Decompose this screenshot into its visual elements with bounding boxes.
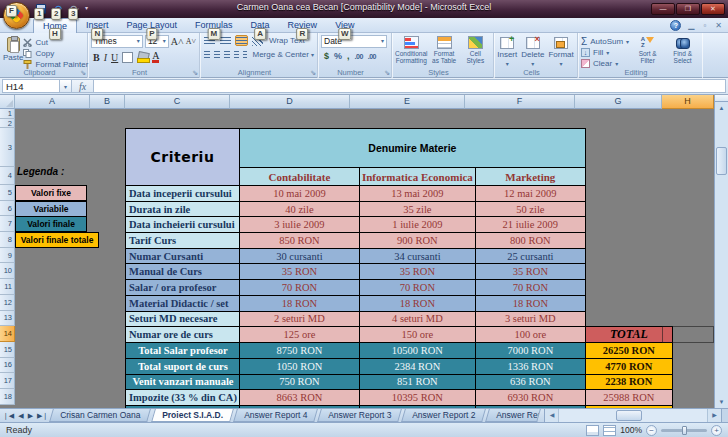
row-label-cell[interactable]: Salar / ora profesor xyxy=(126,280,240,296)
horizontal-scroll-track[interactable] xyxy=(558,409,708,422)
sheet-tab-answer-repor[interactable]: Answer Repor xyxy=(486,409,542,422)
split-handle[interactable] xyxy=(715,95,728,102)
qat-customize-caret-icon[interactable]: ▾ xyxy=(85,2,88,16)
tab-split-handle[interactable] xyxy=(721,409,728,422)
value-cell[interactable]: 3 iulie 2009 xyxy=(239,217,359,233)
value-cell[interactable]: 800 RON xyxy=(475,233,585,249)
row-label-cell[interactable]: Data incheierii cursului xyxy=(126,217,240,233)
sheet-tab-crisan-carmen-oana[interactable]: Crisan Carmen Oana xyxy=(49,409,151,422)
tab-formulas[interactable]: FormulasM xyxy=(186,18,242,33)
conditional-formatting-button[interactable]: Conditional Formatting xyxy=(395,35,428,67)
empty-cell[interactable] xyxy=(585,186,672,202)
save-button[interactable]: 1 xyxy=(34,2,47,15)
value-cell[interactable]: 750 RON xyxy=(239,374,359,390)
value-cell[interactable]: 10 mai 2009 xyxy=(239,186,359,202)
value-cell[interactable]: 30 cursanti xyxy=(239,248,359,264)
value-cell[interactable]: 7000 RON xyxy=(475,343,585,359)
decrease-indent-button[interactable] xyxy=(233,49,239,60)
zoom-in-button[interactable]: + xyxy=(711,425,722,436)
course-header-cell[interactable]: Informatica Economica xyxy=(359,168,475,186)
row-label-cell[interactable]: Total Salar profesor xyxy=(126,343,240,359)
group-header-cell[interactable]: Denumire Materie xyxy=(239,129,585,168)
zoom-out-button[interactable]: − xyxy=(646,425,657,436)
align-left-button[interactable] xyxy=(203,49,210,60)
workbook-minimize-button[interactable]: ▁ xyxy=(686,20,696,31)
value-cell[interactable]: 50 zile xyxy=(475,201,585,217)
empty-cell[interactable] xyxy=(585,295,672,311)
sort-filter-button[interactable]: Sort & Filter xyxy=(633,35,662,67)
value-cell[interactable]: 2384 RON xyxy=(359,358,475,374)
row-header-1[interactable]: 1 xyxy=(0,109,15,119)
row-header-6[interactable]: 6 xyxy=(0,201,15,217)
value-cell[interactable]: 150 ore xyxy=(359,327,475,343)
row-header-14[interactable]: 14 xyxy=(0,326,15,342)
value-cell[interactable]: 6930 RON xyxy=(475,390,585,406)
row-header-13[interactable]: 13 xyxy=(0,311,15,327)
paste-button[interactable]: Paste xyxy=(3,35,23,67)
minimize-button[interactable]: — xyxy=(651,3,675,15)
value-cell[interactable]: 70 RON xyxy=(239,280,359,296)
align-right-button[interactable] xyxy=(223,49,230,60)
row-header-7[interactable]: 7 xyxy=(0,216,15,232)
select-all-corner[interactable] xyxy=(0,95,15,109)
find-select-button[interactable]: Find & Select xyxy=(666,35,699,67)
next-sheet-button[interactable]: ▶ xyxy=(28,412,33,420)
tab-data[interactable]: DataA xyxy=(242,18,279,33)
value-cell[interactable]: 851 RON xyxy=(359,374,475,390)
sheet-tab-answer-report-4[interactable]: Answer Report 4 xyxy=(233,409,318,422)
number-format-combo[interactable]: Date ▾ xyxy=(321,35,387,48)
course-header-cell[interactable]: Contabilitate xyxy=(239,168,359,186)
vertical-scrollbar[interactable]: ▲ ▼ xyxy=(714,95,728,408)
fill-color-button[interactable] xyxy=(137,52,148,63)
name-box[interactable]: H14 xyxy=(2,79,60,93)
value-cell[interactable]: 35 RON xyxy=(475,264,585,280)
value-cell[interactable]: 18 RON xyxy=(239,295,359,311)
total-header-cell[interactable]: TOTAL xyxy=(585,327,672,343)
empty-cell[interactable] xyxy=(585,217,672,233)
scroll-up-arrow-icon[interactable]: ▲ xyxy=(715,102,728,114)
value-cell[interactable]: 900 RON xyxy=(359,233,475,249)
row-label-cell[interactable]: Manual de Curs xyxy=(126,264,240,280)
empty-cell[interactable] xyxy=(585,233,672,249)
column-header-A[interactable]: A xyxy=(15,95,90,109)
row-header-5[interactable]: 5 xyxy=(0,185,15,201)
horizontal-scrollbar[interactable]: ◀ ▶ xyxy=(544,409,721,422)
cell-styles-button[interactable]: Cell Styles xyxy=(461,35,490,67)
zoom-slider[interactable] xyxy=(661,429,707,432)
scroll-left-arrow-icon[interactable]: ◀ xyxy=(545,409,558,422)
active-cell-H14[interactable] xyxy=(662,326,714,343)
row-label-cell[interactable]: Numar ore de curs xyxy=(126,327,240,343)
underline-button[interactable]: U xyxy=(111,52,118,63)
row-header-15[interactable]: 15 xyxy=(0,342,15,358)
value-cell[interactable]: 850 RON xyxy=(239,233,359,249)
value-cell[interactable]: 35 zile xyxy=(359,201,475,217)
value-cell[interactable]: 1050 RON xyxy=(239,358,359,374)
value-cell[interactable]: 70 RON xyxy=(359,280,475,296)
value-cell[interactable]: 10500 RON xyxy=(359,343,475,359)
close-button[interactable]: ✕ xyxy=(701,3,725,15)
name-box-caret-icon[interactable]: ▾ xyxy=(60,79,72,93)
sheet-tab-proiect-s-i-a-d-[interactable]: Proiect S.I.A.D. xyxy=(151,409,234,422)
row-label-cell[interactable]: Data inceperii cursului xyxy=(126,186,240,202)
shrink-font-button[interactable]: A˅ xyxy=(186,36,196,47)
value-cell[interactable]: 100 ore xyxy=(475,327,585,343)
increase-decimal-button[interactable]: .00 xyxy=(355,53,363,60)
empty-cell[interactable] xyxy=(585,280,672,296)
copy-button[interactable]: Copy xyxy=(23,49,88,58)
empty-cell[interactable] xyxy=(585,311,672,327)
last-sheet-button[interactable]: ▶❘ xyxy=(37,412,48,420)
percent-format-button[interactable]: % xyxy=(334,51,342,61)
merge-center-button[interactable]: Merge & Center ▾ xyxy=(252,50,313,59)
row-label-cell[interactable]: Impozite (33 % din CA) xyxy=(126,390,240,406)
restore-button[interactable]: ❐ xyxy=(676,3,700,15)
value-cell[interactable]: 40 zile xyxy=(239,201,359,217)
value-cell[interactable]: 12 mai 2009 xyxy=(475,186,585,202)
value-cell[interactable]: 18 RON xyxy=(475,295,585,311)
value-cell[interactable]: 1 iulie 2009 xyxy=(359,217,475,233)
horizontal-scroll-thumb[interactable] xyxy=(616,410,642,421)
empty-cell[interactable] xyxy=(585,168,672,186)
sheet-tab-answer-report-2[interactable]: Answer Report 2 xyxy=(401,409,486,422)
formula-input[interactable] xyxy=(94,79,726,93)
value-cell[interactable]: 8663 RON xyxy=(239,390,359,406)
page-layout-view-button[interactable] xyxy=(586,425,599,436)
